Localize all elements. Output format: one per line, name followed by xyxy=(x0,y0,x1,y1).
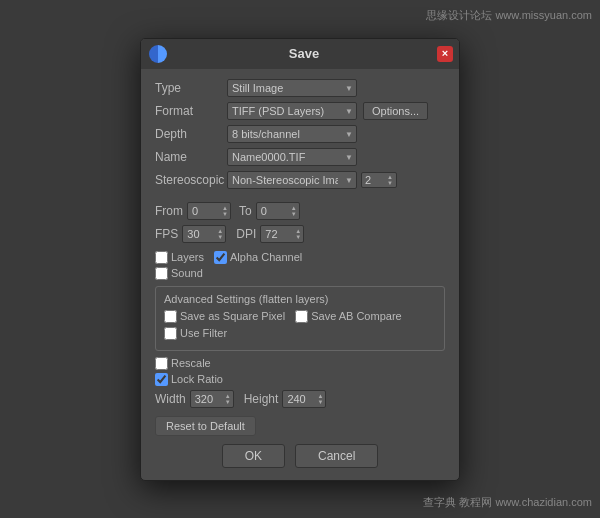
rescale-item[interactable]: Rescale xyxy=(155,357,211,370)
layers-label: Layers xyxy=(171,251,204,263)
height-input[interactable] xyxy=(287,393,315,405)
alpha-checkbox-item[interactable]: Alpha Channel xyxy=(214,251,302,264)
action-row: OK Cancel xyxy=(155,444,445,468)
from-spinbox[interactable]: ▲ ▼ xyxy=(187,202,231,220)
sound-checkbox-item[interactable]: Sound xyxy=(155,267,203,280)
dpi-arrows: ▲ ▼ xyxy=(295,228,301,240)
to-spinbox[interactable]: ▲ ▼ xyxy=(256,202,300,220)
use-filter-label: Use Filter xyxy=(180,327,227,339)
width-label: Width xyxy=(155,392,186,406)
width-height-row: Width ▲ ▼ Height ▲ ▼ xyxy=(155,390,445,408)
depth-row: Depth 8 bits/channel xyxy=(155,125,445,143)
type-select[interactable]: Still Image xyxy=(227,79,357,97)
reset-button[interactable]: Reset to Default xyxy=(155,416,256,436)
save-ab-label: Save AB Compare xyxy=(311,310,402,322)
alpha-checkbox[interactable] xyxy=(214,251,227,264)
stereo-arrows: ▲ ▼ xyxy=(387,174,393,186)
options-button[interactable]: Options... xyxy=(363,102,428,120)
width-spinbox[interactable]: ▲ ▼ xyxy=(190,390,234,408)
name-control: Name0000.TIF xyxy=(227,148,445,166)
depth-select[interactable]: 8 bits/channel xyxy=(227,125,357,143)
stereo-control: Non-Stereoscopic Imag 2 ▲ ▼ xyxy=(227,171,445,189)
layers-checkbox-item[interactable]: Layers xyxy=(155,251,204,264)
stereo-spinner: 2 ▲ ▼ xyxy=(361,172,397,188)
from-input[interactable] xyxy=(192,205,220,217)
height-down[interactable]: ▼ xyxy=(317,399,323,405)
type-label: Type xyxy=(155,81,227,95)
fps-label: FPS xyxy=(155,227,178,241)
depth-control: 8 bits/channel xyxy=(227,125,445,143)
stereo-value: 2 xyxy=(365,174,371,186)
stereo-down-arrow[interactable]: ▼ xyxy=(387,180,393,186)
name-row: Name Name0000.TIF xyxy=(155,148,445,166)
save-dialog: Save × Type Still Image Format TIFF (PSD… xyxy=(140,38,460,481)
save-ab-checkbox[interactable] xyxy=(295,310,308,323)
format-row: Format TIFF (PSD Layers) Options... xyxy=(155,102,445,120)
name-select[interactable]: Name0000.TIF xyxy=(227,148,357,166)
to-down[interactable]: ▼ xyxy=(291,211,297,217)
height-arrows: ▲ ▼ xyxy=(317,393,323,405)
lock-ratio-item[interactable]: Lock Ratio xyxy=(155,373,223,386)
rescale-section: Rescale Lock Ratio Width ▲ ▼ xyxy=(155,357,445,408)
height-label: Height xyxy=(244,392,279,406)
from-label: From xyxy=(155,204,183,218)
cancel-button[interactable]: Cancel xyxy=(295,444,378,468)
dpi-input[interactable] xyxy=(265,228,293,240)
title-bar: Save × xyxy=(141,39,459,69)
fps-input[interactable] xyxy=(187,228,215,240)
use-filter-checkbox[interactable] xyxy=(164,327,177,340)
to-label: To xyxy=(239,204,252,218)
adv-row-2: Use Filter xyxy=(164,327,436,340)
rescale-label: Rescale xyxy=(171,357,211,369)
from-arrows: ▲ ▼ xyxy=(222,205,228,217)
close-button[interactable]: × xyxy=(437,46,453,62)
save-ab-item[interactable]: Save AB Compare xyxy=(295,310,402,323)
rescale-checkbox[interactable] xyxy=(155,357,168,370)
to-input[interactable] xyxy=(261,205,289,217)
to-arrows: ▲ ▼ xyxy=(291,205,297,217)
format-select-wrapper[interactable]: TIFF (PSD Layers) xyxy=(227,102,357,120)
save-square-item[interactable]: Save as Square Pixel xyxy=(164,310,285,323)
save-square-checkbox[interactable] xyxy=(164,310,177,323)
depth-label: Depth xyxy=(155,127,227,141)
name-select-wrapper[interactable]: Name0000.TIF xyxy=(227,148,357,166)
type-select-wrapper[interactable]: Still Image xyxy=(227,79,357,97)
width-down[interactable]: ▼ xyxy=(225,399,231,405)
depth-select-wrapper[interactable]: 8 bits/channel xyxy=(227,125,357,143)
stereo-row: Stereoscopic Non-Stereoscopic Imag 2 ▲ ▼ xyxy=(155,171,445,189)
layers-checkbox[interactable] xyxy=(155,251,168,264)
from-to-row: From ▲ ▼ To ▲ ▼ xyxy=(155,202,445,220)
stereo-label: Stereoscopic xyxy=(155,173,227,187)
watermark-bottom: 查字典 教程网 www.chazidian.com xyxy=(423,495,592,510)
lock-ratio-label: Lock Ratio xyxy=(171,373,223,385)
sound-checkbox[interactable] xyxy=(155,267,168,280)
rescale-row: Rescale xyxy=(155,357,445,370)
dialog-title: Save xyxy=(175,46,433,61)
from-down[interactable]: ▼ xyxy=(222,211,228,217)
ok-button[interactable]: OK xyxy=(222,444,285,468)
layers-alpha-row: Layers Alpha Channel xyxy=(155,251,445,264)
height-spinbox[interactable]: ▲ ▼ xyxy=(282,390,326,408)
dialog-content: Type Still Image Format TIFF (PSD Layers… xyxy=(141,69,459,480)
dpi-spinbox[interactable]: ▲ ▼ xyxy=(260,225,304,243)
adv-row-1: Save as Square Pixel Save AB Compare xyxy=(164,310,436,323)
width-arrows: ▲ ▼ xyxy=(225,393,231,405)
alpha-label: Alpha Channel xyxy=(230,251,302,263)
advanced-title: Advanced Settings (flatten layers) xyxy=(164,293,436,305)
dpi-down[interactable]: ▼ xyxy=(295,234,301,240)
use-filter-item[interactable]: Use Filter xyxy=(164,327,227,340)
type-control: Still Image xyxy=(227,79,445,97)
sound-label: Sound xyxy=(171,267,203,279)
type-row: Type Still Image xyxy=(155,79,445,97)
fps-down[interactable]: ▼ xyxy=(217,234,223,240)
stereo-select[interactable]: Non-Stereoscopic Imag xyxy=(227,171,357,189)
format-control: TIFF (PSD Layers) Options... xyxy=(227,102,445,120)
width-input[interactable] xyxy=(195,393,223,405)
stereo-select-wrapper[interactable]: Non-Stereoscopic Imag xyxy=(227,171,357,189)
fps-spinbox[interactable]: ▲ ▼ xyxy=(182,225,226,243)
app-logo xyxy=(149,45,167,63)
lock-ratio-checkbox[interactable] xyxy=(155,373,168,386)
format-select[interactable]: TIFF (PSD Layers) xyxy=(227,102,357,120)
watermark-top: 思缘设计论坛 www.missyuan.com xyxy=(426,8,592,23)
dpi-label: DPI xyxy=(236,227,256,241)
